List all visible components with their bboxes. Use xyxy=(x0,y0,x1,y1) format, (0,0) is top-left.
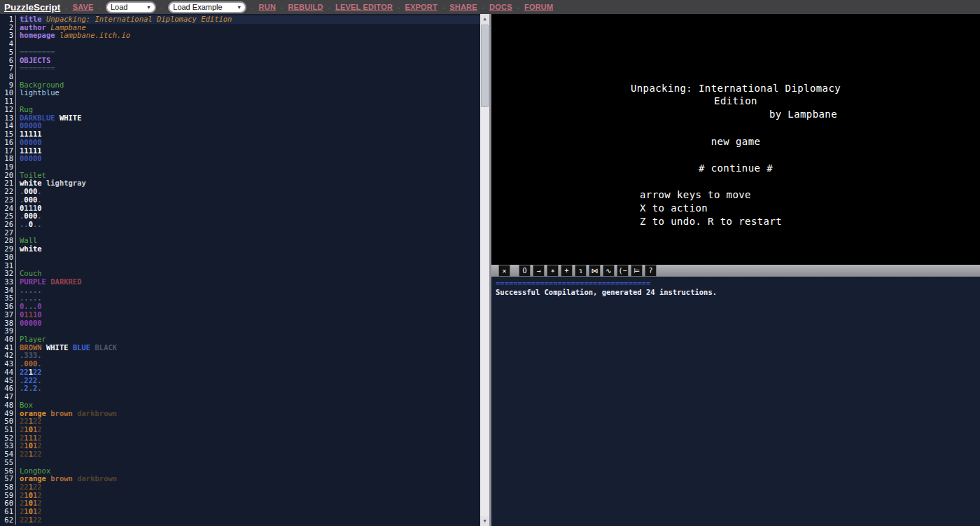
instruction-line: arrow keys to move xyxy=(640,188,782,202)
code-line-22: 22.000. xyxy=(0,188,480,196)
sound-arrow-button[interactable]: → xyxy=(533,265,545,277)
code-line-text: white xyxy=(20,245,480,254)
save-button[interactable]: SAVE xyxy=(73,3,94,11)
code-line-text: 22122 xyxy=(20,368,480,377)
code-line-text: 11111 xyxy=(20,130,480,139)
code-line-text xyxy=(20,327,480,335)
toolbar-link-share[interactable]: SHARE xyxy=(449,3,477,11)
code-line-62: 6222122 xyxy=(0,516,480,525)
close-icon[interactable]: ✕ xyxy=(498,265,510,277)
code-line-text xyxy=(20,393,480,401)
code-line-text xyxy=(20,262,480,270)
sound-circle-button[interactable]: O xyxy=(519,265,531,277)
code-line-text: 22122 xyxy=(20,450,480,459)
code-line-text: ======== xyxy=(20,48,480,57)
code-line-text: 00000 xyxy=(20,319,480,328)
code-line-9: 9Background xyxy=(0,81,480,90)
toolbar-link-level-editor[interactable]: LEVEL EDITOR xyxy=(335,3,393,11)
code-line-text: 21012 xyxy=(20,426,480,434)
scrollbar-thumb[interactable] xyxy=(481,25,489,107)
line-number: 8 xyxy=(0,73,16,81)
toolbar-link-rebuild[interactable]: REBUILD xyxy=(288,3,323,11)
code-line-text: Toilet xyxy=(20,172,480,180)
sound-swoosh-button[interactable]: ↴ xyxy=(575,265,587,277)
code-area[interactable]: 1title Unpacking: International Diplomac… xyxy=(0,15,480,526)
code-line-36: 360...0 xyxy=(0,303,480,311)
code-line-text xyxy=(20,97,480,106)
code-line-text: lightblue xyxy=(20,89,480,97)
game-author: by Lampbane xyxy=(769,109,837,120)
toolbar-separator: - xyxy=(398,4,400,11)
load-example-select-value: Load Example xyxy=(173,3,222,11)
sound-paren-button[interactable]: (− xyxy=(617,265,629,277)
console-output: =================================== Succ… xyxy=(491,277,980,526)
code-line-text: orange brown darkbrown xyxy=(20,475,480,483)
sound-plus-button[interactable]: + xyxy=(561,265,573,277)
code-line-3: 3homepage lampbane.itch.io xyxy=(0,32,480,40)
line-number: 1 xyxy=(0,15,16,24)
load-example-select[interactable]: Load Example ▼ xyxy=(168,1,246,13)
sound-lines-button[interactable]: ⊨ xyxy=(631,265,643,277)
line-number: 5 xyxy=(0,48,16,57)
code-editor[interactable]: 1title Unpacking: International Diplomac… xyxy=(0,14,491,526)
chevron-down-icon: ▼ xyxy=(237,5,241,10)
code-line-10: 10lightblue xyxy=(0,89,480,97)
line-number: 62 xyxy=(0,516,16,525)
code-line-33: 33PURPLE DARKRED xyxy=(0,278,480,286)
toolbar-link-export[interactable]: EXPORT xyxy=(405,3,437,11)
code-line-44: 4422122 xyxy=(0,368,480,377)
sound-cross-button[interactable]: ⋈ xyxy=(589,265,601,277)
load-select[interactable]: Load ▼ xyxy=(106,1,156,13)
code-line-text xyxy=(20,229,480,237)
code-line-49: 49orange brown darkbrown xyxy=(0,410,480,418)
toolbar-link-run[interactable]: RUN xyxy=(259,3,276,11)
line-number: 44 xyxy=(0,368,16,377)
editor-scrollbar[interactable]: ▲ ▼ xyxy=(480,14,489,526)
code-line-text xyxy=(20,40,480,48)
code-line-25: 25.000. xyxy=(0,212,480,221)
puzzlescript-logo[interactable]: PuzzleScript xyxy=(4,2,60,13)
code-line-text: OBJECTS xyxy=(20,57,480,65)
line-number: 16 xyxy=(0,139,16,147)
sound-random-button[interactable]: ? xyxy=(645,265,657,277)
line-number: 4 xyxy=(0,40,16,48)
sound-wave-button[interactable]: ∿ xyxy=(603,265,615,277)
toolbar-link-forum[interactable]: FORUM xyxy=(524,3,553,11)
code-line-24: 2401110 xyxy=(0,205,480,213)
line-number: 30 xyxy=(0,254,16,262)
sound-star-button[interactable]: ∗ xyxy=(547,265,559,277)
game-screen[interactable]: Unpacking: International Diplomacy Editi… xyxy=(491,14,980,265)
toolbar-links: -RUN-REBUILD-LEVEL EDITOR-EXPORT-SHARE-D… xyxy=(251,3,553,11)
code-line-text: 21012 xyxy=(20,499,480,508)
code-line-text: 21012 xyxy=(20,442,480,450)
code-line-37: 3701110 xyxy=(0,311,480,319)
code-line-8: 8 xyxy=(0,73,480,81)
toolbar-separator: - xyxy=(281,4,283,11)
code-line-text: .000. xyxy=(20,360,480,368)
code-line-41: 41BROWN WHITE BLUE BLACK xyxy=(0,344,480,352)
code-line-text: Background xyxy=(20,81,480,90)
code-line-5: 5======== xyxy=(0,48,480,57)
scroll-up-button[interactable]: ▲ xyxy=(480,14,489,24)
code-line-text: PURPLE DARKRED xyxy=(20,278,480,286)
code-line-29: 29white xyxy=(0,245,480,254)
instruction-line: X to action xyxy=(640,202,782,215)
game-title-line1: Unpacking: International Diplomacy xyxy=(491,83,980,94)
scroll-down-button[interactable]: ▼ xyxy=(480,516,489,526)
code-line-text: Couch xyxy=(20,270,480,278)
code-line-55: 55 xyxy=(0,459,480,467)
code-line-text: 22122 xyxy=(20,417,480,426)
code-line-text: 22122 xyxy=(20,516,480,525)
code-line-26: 26..0.. xyxy=(0,221,480,229)
code-line-34: 34..... xyxy=(0,286,480,295)
toolbar-link-docs[interactable]: DOCS xyxy=(489,3,512,11)
code-line-13: 13DARKBLUE WHITE xyxy=(0,114,480,123)
code-line-35: 35..... xyxy=(0,294,480,303)
code-line-61: 6121012 xyxy=(0,508,480,516)
line-number: 48 xyxy=(0,401,16,410)
chevron-down-icon: ▼ xyxy=(146,5,151,10)
instruction-line: Z to undo. R to restart xyxy=(640,215,782,228)
code-line-text xyxy=(20,254,480,262)
code-line-text: 00000 xyxy=(20,139,480,147)
code-line-59: 5921012 xyxy=(0,492,480,500)
